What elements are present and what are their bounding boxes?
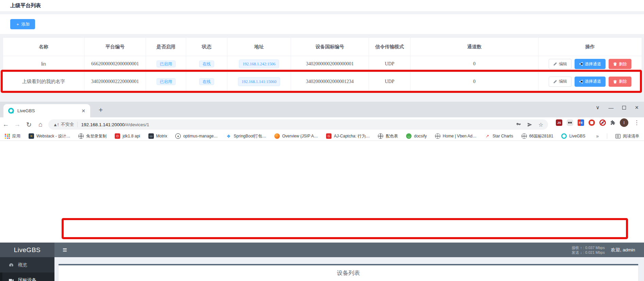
reload-icon[interactable]: ↻: [23, 121, 35, 129]
bookmark-springboot[interactable]: ❖ SpringBoot打包…: [226, 133, 266, 139]
platform-table-header: 名称 平台编号 是否启用 状态 地址 设备国标编号 信令传输模式 通道数 操作: [3, 38, 642, 56]
select-channel-button[interactable]: 选择通道: [575, 59, 606, 69]
browser-tab[interactable]: LiveGBS ✕: [3, 104, 90, 117]
enabled-badge: 已启用: [157, 78, 176, 85]
welcome-user[interactable]: 欢迎, admin: [611, 247, 635, 253]
js-extension-icon[interactable]: JS: [556, 119, 562, 126]
window-controls: ∨ — ×: [596, 102, 644, 113]
edit-button[interactable]: 编辑: [549, 77, 571, 87]
device-gb-id: 34020000002000000001: [291, 56, 369, 72]
pencil-icon: [553, 80, 557, 84]
puzzle-extensions-icon[interactable]: [610, 120, 615, 125]
bookmark-palette[interactable]: 配色表: [378, 133, 398, 139]
sidebar: 概览 国标设备 分屏展示 云端录像 报警查询 国标级联 用户管理: [0, 257, 54, 281]
back-icon[interactable]: ←: [0, 121, 12, 128]
share-icon: [579, 62, 583, 66]
status-badge: 在线: [199, 78, 214, 85]
recv-rate: 接收 ↑ : 0.037 Mbps: [572, 245, 605, 250]
share-icon: [579, 80, 583, 84]
divider: [607, 133, 607, 139]
hamburger-icon[interactable]: ≡: [63, 246, 67, 254]
col-name: 名称: [3, 38, 84, 56]
profile-avatar[interactable]: I: [620, 118, 628, 127]
add-platform-button[interactable]: ＋ 添加: [10, 19, 35, 29]
adblock-extension-icon[interactable]: [589, 119, 595, 126]
device-list-title: 设备列表: [59, 265, 638, 277]
not-secure-label: 不安全: [61, 121, 74, 128]
channel-count: 0: [410, 72, 538, 91]
bookmark-motrix[interactable]: ▭ Motrix: [148, 133, 167, 139]
bookmark-overview-jsip[interactable]: Overview (JSIP A…: [274, 133, 318, 139]
window-minimize-button[interactable]: —: [608, 105, 613, 111]
col-enabled: 是否启用: [146, 38, 186, 56]
sidebar-item-gb-devices[interactable]: 国标设备: [0, 272, 54, 281]
apps-grid-icon: [5, 134, 10, 139]
chevron-down-icon[interactable]: ∨: [596, 104, 600, 111]
bookmark-star-icon[interactable]: ☆: [538, 121, 543, 128]
spring-icon: ❖: [226, 133, 231, 139]
page-title: 上级平台列表: [0, 0, 644, 11]
device-gb-id: 34020000002000001234: [291, 72, 369, 91]
blocker-extension-icon[interactable]: [599, 119, 606, 126]
proxy-extension-icon[interactable]: [567, 119, 573, 126]
browser-window: LiveGBS ✕ ＋ ∨ — × ← → ↻ ⌂ ▲! 不安全 192.168…: [0, 102, 644, 281]
divider: [77, 122, 78, 127]
delete-button[interactable]: 删除: [609, 77, 631, 87]
pencil-icon: [553, 62, 557, 66]
send-icon[interactable]: [527, 122, 532, 127]
bookmark-docsify[interactable]: ◡ docsify: [406, 133, 426, 139]
bookmark-jdk-api[interactable]: O jdk1.8 api: [115, 133, 140, 139]
key-icon[interactable]: [516, 122, 521, 127]
address-bar[interactable]: ▲! 不安全 192.168.1.141:20000 /#/devices/1 …: [48, 119, 548, 130]
send-rate: 发送 ↓ : 0.021 Mbps: [572, 250, 605, 255]
window-close-button[interactable]: ×: [635, 104, 639, 111]
bookmarks-bar: 应用 ≋ Webstack - 设计… 免登录复制 O jdk1.8 api ▭…: [0, 132, 644, 141]
fe-extension-icon[interactable]: FE: [578, 119, 584, 126]
bookmark-vben[interactable]: Home | Vben Ad…: [435, 133, 477, 139]
bookmark-gb28181[interactable]: 66国标28181: [521, 133, 553, 139]
platform-name: lin: [3, 56, 84, 72]
address-badge[interactable]: 192.168.1.242:1506: [239, 60, 279, 68]
webstack-icon: ≋: [29, 133, 34, 139]
bookmark-star-charts[interactable]: ↗ Star Charts: [485, 133, 513, 139]
network-stats: 接收 ↑ : 0.037 Mbps 发送 ↓ : 0.021 Mbps: [572, 245, 605, 255]
device-list-card: 设备列表 搜索 在线状态 全部 设备国标编号 名称: [59, 264, 638, 281]
col-channels: 通道数: [410, 38, 538, 56]
select-channel-button[interactable]: 选择通道: [575, 77, 606, 87]
tab-title: LiveGBS: [17, 108, 80, 113]
bookmark-apps[interactable]: 应用: [5, 133, 20, 139]
delete-button[interactable]: 删除: [609, 59, 631, 69]
platform-toolbar: ＋ 添加: [0, 14, 644, 34]
browser-menu-icon[interactable]: ⋮: [633, 119, 641, 126]
bookmarks-overflow-icon[interactable]: »: [596, 133, 599, 139]
address-badge[interactable]: 192.168.1.141:15060: [238, 77, 280, 86]
bookmark-livegbs[interactable]: LiveGBS: [561, 133, 585, 139]
platform-id: 66620000002000000001: [84, 56, 146, 72]
col-address: 地址: [227, 38, 291, 56]
url-path: /#/devices/1: [125, 122, 149, 127]
livegbs-icon: [561, 133, 567, 139]
tab-close-icon[interactable]: ✕: [80, 108, 87, 114]
github-icon: ◖: [175, 133, 181, 139]
transport-mode: UDP: [369, 56, 410, 72]
new-tab-button[interactable]: ＋: [96, 105, 106, 115]
app-logo[interactable]: LiveGBS: [0, 243, 54, 257]
globe-icon: [521, 133, 527, 139]
reading-list-button[interactable]: 阅读清单: [615, 133, 639, 139]
livegbs-favicon: [8, 108, 14, 114]
col-platform-id: 平台编号: [84, 38, 146, 56]
window-maximize-button[interactable]: [622, 106, 626, 110]
bookmark-optimus[interactable]: ◖ optimus-manage…: [175, 133, 218, 139]
bookmark-webstack[interactable]: ≋ Webstack - 设计…: [29, 133, 70, 139]
edit-button[interactable]: 编辑: [549, 59, 571, 69]
col-actions: 操作: [538, 38, 642, 56]
bookmark-copy[interactable]: 免登录复制: [78, 133, 107, 139]
sidebar-item-overview[interactable]: 概览: [0, 257, 54, 272]
table-row: lin 66620000002000000001 已启用 在线 192.168.…: [3, 56, 642, 72]
bookmark-aj-captcha[interactable]: G AJ-Captcha: 行为…: [326, 133, 370, 139]
forward-icon[interactable]: →: [12, 121, 23, 128]
captcha-icon: G: [326, 133, 332, 139]
col-transport: 信令传输模式: [369, 38, 410, 56]
warning-icon[interactable]: ▲!: [53, 122, 59, 127]
home-icon[interactable]: ⌂: [35, 121, 46, 128]
